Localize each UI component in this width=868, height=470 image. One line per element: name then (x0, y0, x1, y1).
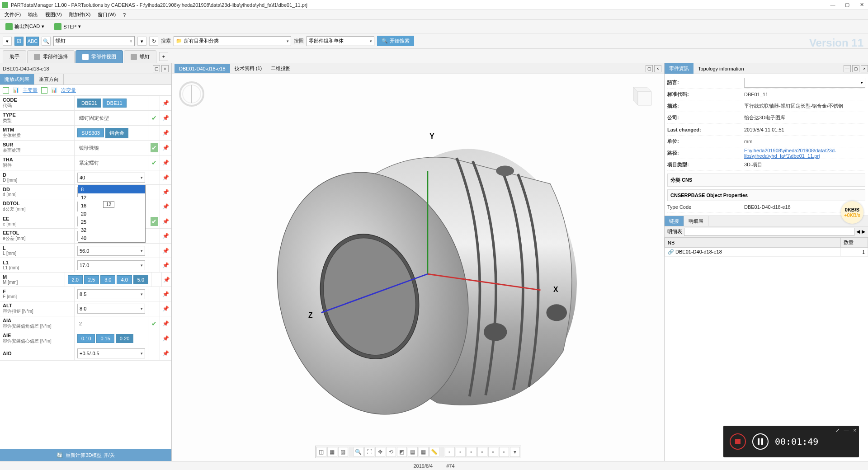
param-pin-cell[interactable]: 📌 (161, 273, 171, 287)
language-combo[interactable]: ▾ (744, 78, 865, 88)
tab-part-select[interactable]: 零部件选择 (27, 50, 75, 63)
clear-icon[interactable]: × (130, 38, 132, 44)
param-chip[interactable]: 0.20 (116, 334, 133, 343)
info-value[interactable]: F:\yiheda201908\yiheda201908\data\23d-li… (744, 148, 865, 159)
view-wire-button[interactable]: ▦ (327, 447, 337, 457)
grid-button[interactable]: ▦ (419, 447, 429, 457)
right-close-button[interactable]: × (861, 65, 868, 72)
detail-tab-bom[interactable]: 明细表 (684, 216, 708, 226)
panel-max-button[interactable]: ▢ (153, 65, 160, 72)
3d-viewport[interactable]: Y X Z ◫ ▦ ▨ 🔍 ⛶ ✥ ⟲ ◩ ▤ ▦ 📏 ▫ ▫ ▫ (172, 74, 664, 461)
nav-right-icon[interactable]: ▶ (862, 229, 865, 235)
param-chip[interactable]: SUS303 (77, 128, 104, 137)
screen-recorder-overlay[interactable]: ⤢ — × 00:01:49 (723, 426, 859, 457)
param-chip[interactable]: 0.10 (77, 334, 95, 343)
dropdown-option[interactable]: 25 (78, 218, 145, 226)
param-chip[interactable]: 0.15 (96, 334, 114, 343)
tab-part-info[interactable]: 零件資訊 (665, 63, 693, 74)
param-pin-cell[interactable]: 📌 (160, 316, 171, 331)
search-dropdown-button[interactable]: ▾ (137, 37, 146, 46)
close-button[interactable]: ✕ (857, 2, 866, 8)
layers-button[interactable]: ▤ (408, 447, 418, 457)
param-pin-cell[interactable]: 📌 (160, 258, 171, 272)
rotate-button[interactable]: ⟲ (386, 447, 396, 457)
main-var-checkbox[interactable] (3, 87, 9, 94)
tab-topology[interactable]: Topology information (693, 64, 749, 73)
menu-output[interactable]: 输出 (25, 10, 41, 19)
param-chip[interactable]: DBE01 (77, 99, 101, 108)
param-pin-cell[interactable]: 📌 (160, 111, 171, 125)
center-tab-2d[interactable]: 二维投图 (266, 63, 295, 74)
center-max-button[interactable]: ▢ (646, 65, 653, 72)
menu-view[interactable]: 视图(V) (42, 10, 65, 19)
dropdown-option[interactable]: 12 (78, 193, 145, 202)
param-pin-cell[interactable]: 📌 (160, 199, 171, 214)
refresh-button[interactable]: ↻ (149, 37, 158, 46)
step-button[interactable]: STEP ▾ (52, 22, 84, 31)
param-combo[interactable]: 56.0▾ (77, 246, 145, 256)
recorder-stop-button[interactable] (730, 433, 746, 450)
sub-var-checkbox[interactable] (41, 87, 47, 94)
param-chip[interactable]: 5.0 (133, 275, 148, 284)
param-chip[interactable]: 2.5 (84, 275, 99, 284)
maximize-button[interactable]: ▢ (843, 2, 852, 8)
param-chip[interactable]: 铝合金 (105, 128, 128, 138)
param-combo[interactable]: 8.5▾ (77, 289, 145, 299)
right-max-button[interactable]: ▢ (852, 65, 859, 72)
navigation-cube[interactable] (624, 80, 656, 112)
detail-tab-link[interactable]: 链接 (665, 216, 684, 226)
table-row[interactable]: 🔗 DBE01-D40-d18-e18 1 (665, 248, 868, 257)
param-pin-cell[interactable]: 📌 (160, 301, 171, 316)
col-qty[interactable]: 数量 (841, 238, 868, 248)
view-shade-button[interactable]: ▨ (338, 447, 348, 457)
nav-back-button[interactable]: ▾ (3, 37, 12, 46)
param-chip[interactable]: 2.0 (68, 275, 83, 284)
param-pin-cell[interactable]: 📌 (160, 331, 171, 346)
recalculate-button[interactable]: 🔄 重新计算3D模型 开/关 (0, 449, 171, 461)
by-combo[interactable]: 零部件组和单体 ▾ (307, 36, 374, 46)
pan-button[interactable]: ✥ (375, 447, 385, 457)
magnify-button[interactable]: 🔍 (42, 37, 51, 46)
view-bottom-button[interactable]: ▫ (499, 447, 509, 457)
dropdown-option[interactable]: 8 (78, 185, 145, 193)
tab-screw[interactable]: 螺钉 (124, 50, 156, 63)
param-combo[interactable]: 17.0▾ (77, 260, 145, 270)
recorder-pause-button[interactable] (752, 433, 769, 450)
recorder-min-icon[interactable]: — (844, 428, 849, 433)
view-top-button[interactable]: ▫ (488, 447, 498, 457)
menu-help[interactable]: ? (120, 11, 128, 19)
menu-file[interactable]: 文件(F) (2, 10, 24, 19)
param-pin-cell[interactable]: 📌 (160, 287, 171, 301)
right-min-button[interactable]: — (844, 65, 851, 72)
compass-icon[interactable] (178, 80, 205, 108)
checkbox-button[interactable]: ☑ (14, 37, 24, 46)
param-chip[interactable]: 3.0 (100, 275, 115, 284)
view-back-button[interactable]: ▫ (456, 447, 466, 457)
scope-combo[interactable]: 📁 所有目录和分类 ▾ (174, 36, 291, 46)
recorder-expand-icon[interactable]: ⤢ (835, 428, 840, 433)
recorder-close-icon[interactable]: × (854, 428, 856, 433)
measure-button[interactable]: 📏 (429, 447, 439, 457)
center-tab-3d[interactable]: DBE01-D40-d18-e18 (175, 64, 230, 73)
center-tab-tech[interactable]: 技术资料 (1) (230, 63, 267, 74)
param-combo[interactable]: 8.0▾ (77, 304, 145, 314)
col-nb[interactable]: NB (665, 238, 841, 248)
nav-left-icon[interactable]: ◀ (856, 229, 860, 235)
3d-model-render[interactable]: Y X Z (172, 74, 664, 461)
menu-window[interactable]: 窗口(W) (95, 10, 118, 19)
view-iso-button[interactable]: ◫ (316, 447, 326, 457)
param-combo[interactable]: +0.5/-0.5▾ (77, 348, 145, 358)
param-pin-cell[interactable]: 📌 (160, 346, 171, 360)
search-input[interactable] (56, 38, 130, 44)
search-input-box[interactable]: × (53, 36, 135, 46)
fit-button[interactable]: ⛶ (364, 447, 374, 457)
main-var-link[interactable]: 主变量 (23, 87, 38, 94)
d-dropdown-list[interactable]: 8121620253240 (78, 185, 146, 243)
param-pin-cell[interactable]: 📌 (160, 244, 171, 258)
abc-button[interactable]: ABC (26, 37, 39, 46)
dropdown-option[interactable]: 20 (78, 210, 145, 218)
view-front-button[interactable]: ▫ (445, 447, 455, 457)
param-pin-cell[interactable]: 📌 (160, 141, 171, 155)
panel-close-button[interactable]: × (161, 65, 169, 72)
info-link[interactable]: F:\yiheda201908\yiheda201908\data\23d-li… (744, 148, 836, 159)
